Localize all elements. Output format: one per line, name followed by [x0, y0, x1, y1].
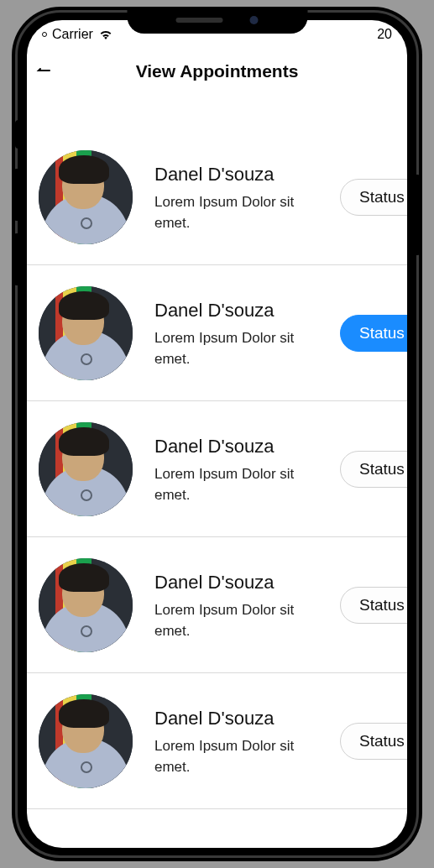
appointment-row[interactable]: Danel D'souza Lorem Ipsum Dolor sit emet… — [27, 129, 407, 265]
appointment-row[interactable]: Danel D'souza Lorem Ipsum Dolor sit emet… — [27, 265, 407, 401]
status-label: Status — [359, 324, 405, 342]
status-button[interactable]: Status — [340, 587, 407, 624]
header: View Appointments — [27, 49, 407, 94]
appointment-desc: Lorem Ipsum Dolor sit emet. — [154, 464, 310, 505]
signal-indicator — [42, 32, 47, 37]
phone-frame: Carrier 20 View Appointments Da — [12, 7, 422, 861]
avatar — [39, 150, 133, 244]
screen: Carrier 20 View Appointments Da — [27, 20, 407, 848]
battery-label: 20 — [377, 27, 392, 42]
appointments-list[interactable]: Danel D'souza Lorem Ipsum Dolor sit emet… — [27, 94, 407, 809]
front-camera — [250, 16, 259, 24]
volume-up-button[interactable] — [13, 169, 22, 221]
status-label: Status — [359, 596, 405, 614]
appointment-desc: Lorem Ipsum Dolor sit emet. — [154, 328, 310, 369]
power-button[interactable] — [412, 175, 421, 255]
avatar — [39, 558, 133, 652]
status-button[interactable]: Status — [340, 315, 407, 352]
appointment-desc: Lorem Ipsum Dolor sit emet. — [154, 600, 310, 641]
notch — [127, 7, 307, 34]
status-button[interactable]: Status — [340, 723, 407, 760]
appointment-desc: Lorem Ipsum Dolor sit emet. — [154, 192, 310, 233]
mute-switch[interactable] — [15, 120, 22, 149]
avatar — [39, 694, 133, 788]
status-label: Status — [359, 460, 405, 478]
appointment-row[interactable]: Danel D'souza Lorem Ipsum Dolor sit emet… — [27, 537, 407, 673]
status-label: Status — [359, 732, 405, 750]
wifi-icon — [98, 29, 113, 40]
page-title: View Appointments — [136, 61, 299, 81]
back-arrow-icon — [33, 61, 53, 85]
status-left: Carrier — [42, 27, 113, 42]
status-label: Status — [359, 188, 405, 207]
status-button[interactable]: Status — [340, 451, 407, 488]
back-button[interactable] — [30, 60, 55, 86]
avatar — [39, 286, 133, 380]
appointment-row[interactable]: Danel D'souza Lorem Ipsum Dolor sit emet… — [27, 673, 407, 809]
status-button[interactable]: Status — [340, 179, 407, 216]
avatar — [39, 422, 133, 516]
appointment-row[interactable]: Danel D'souza Lorem Ipsum Dolor sit emet… — [27, 401, 407, 537]
carrier-label: Carrier — [52, 27, 93, 42]
volume-down-button[interactable] — [13, 233, 22, 285]
speaker-grille — [176, 18, 223, 23]
appointment-desc: Lorem Ipsum Dolor sit emet. — [154, 736, 310, 777]
